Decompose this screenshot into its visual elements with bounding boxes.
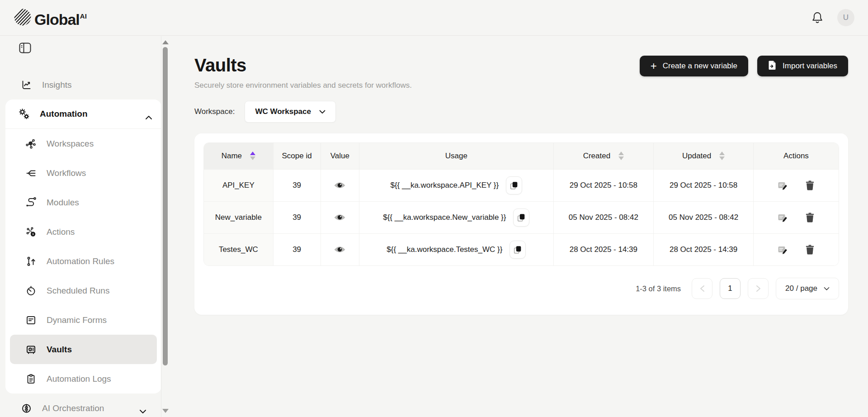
sidebar-item-automation-rules[interactable]: Automation Rules xyxy=(5,246,161,276)
sidebar-item-label: Modules xyxy=(47,198,79,208)
scope-id-cell: 39 xyxy=(273,169,321,201)
copy-usage-button[interactable] xyxy=(509,241,526,259)
user-avatar[interactable]: U xyxy=(837,9,854,26)
created-cell: 29 Oct 2025 - 10:58 xyxy=(553,169,654,201)
sort-icon[interactable] xyxy=(250,152,255,160)
workspace-select[interactable]: WC Workspace xyxy=(245,101,335,123)
scheduled-runs-timer-icon xyxy=(25,285,37,296)
table-row: Testes_WC 39 ${{ __ka.workspace.Testes_W… xyxy=(204,233,839,265)
main-content: Vaults Securely store environment variab… xyxy=(170,36,868,417)
reveal-value-eye-icon[interactable] xyxy=(334,246,346,254)
sidebar-panel: Insights xyxy=(0,36,161,417)
sidebar-item-label: Workflows xyxy=(47,168,86,178)
actions-cell xyxy=(753,201,839,233)
page-size-select[interactable]: 20 / page xyxy=(776,278,839,299)
column-header-name[interactable]: Name xyxy=(204,143,273,169)
delete-variable-icon[interactable] xyxy=(805,244,815,255)
updated-cell: 28 Oct 2025 - 14:39 xyxy=(654,233,754,265)
sort-icon[interactable] xyxy=(719,152,725,160)
edit-variable-icon[interactable] xyxy=(777,212,788,223)
sidebar-item-label: Scheduled Runs xyxy=(47,286,109,296)
value-cell xyxy=(321,233,359,265)
sidebar-item-insights[interactable]: Insights xyxy=(0,70,161,100)
sidebar-item-ai-orchestration[interactable]: AI Orchestration xyxy=(0,393,161,417)
gears-icon xyxy=(18,108,30,120)
previous-page-button[interactable] xyxy=(692,278,712,299)
usage-text: ${{ __ka.workspace.Testes_WC }} xyxy=(387,245,502,254)
delete-variable-icon[interactable] xyxy=(805,212,815,223)
sidebar-item-dynamic-forms[interactable]: Dynamic Forms xyxy=(5,305,161,335)
value-cell xyxy=(321,169,359,201)
chevron-down-icon xyxy=(319,107,326,116)
sidebar-item-vaults[interactable]: Vaults xyxy=(10,335,157,364)
automation-rules-icon xyxy=(25,256,37,267)
column-header-usage: Usage xyxy=(359,143,553,169)
column-header-updated[interactable]: Updated xyxy=(654,143,754,169)
sidebar-nav: Insights xyxy=(0,70,161,417)
brand-suffix: AI xyxy=(80,12,87,20)
sidebar-group-automation: Automation Wo xyxy=(5,100,161,393)
page-number-button[interactable]: 1 xyxy=(720,278,741,299)
plus-icon: + xyxy=(651,62,657,71)
sidebar-scrollbar[interactable] xyxy=(162,36,169,417)
reveal-value-eye-icon[interactable] xyxy=(334,181,346,190)
workflows-branch-icon xyxy=(25,168,37,179)
usage-cell: ${{ __ka.workspace.API_KEY }} xyxy=(359,169,553,201)
sidebar-item-actions[interactable]: Actions xyxy=(5,217,161,246)
pagination: 1-3 of 3 items 1 20 / page xyxy=(203,278,839,299)
edit-variable-icon[interactable] xyxy=(777,180,788,191)
updated-cell: 05 Nov 2025 - 08:42 xyxy=(654,201,754,233)
sidebar-item-modules[interactable]: Modules xyxy=(5,188,161,217)
sidebar-item-workflows[interactable]: Workflows xyxy=(5,158,161,188)
sidebar-item-label: Dynamic Forms xyxy=(47,315,107,325)
sidebar-item-label: Automation Logs xyxy=(47,374,111,384)
copy-usage-button[interactable] xyxy=(513,208,529,227)
scroll-up-arrow-icon[interactable] xyxy=(162,40,169,44)
sidebar-item-label: AI Orchestration xyxy=(42,403,104,413)
sidebar-item-automation-logs[interactable]: Automation Logs xyxy=(5,364,161,393)
scope-id-cell: 39 xyxy=(273,233,321,265)
table-header-row: Name Scope id Value Usage Created xyxy=(204,143,839,169)
next-page-button[interactable] xyxy=(748,278,769,299)
create-variable-label: Create a new variable xyxy=(663,62,737,71)
import-variables-label: Import variables xyxy=(783,62,837,71)
sort-icon[interactable] xyxy=(618,152,624,160)
sidebar-item-label: Automation xyxy=(40,109,88,119)
vault-name-cell: New_variable xyxy=(204,201,273,233)
workspace-selected-value: WC Workspace xyxy=(255,107,311,116)
scroll-down-arrow-icon[interactable] xyxy=(162,409,169,413)
sidebar-item-automation[interactable]: Automation xyxy=(5,100,161,129)
vault-name-cell: Testes_WC xyxy=(204,233,273,265)
sidebar: Insights xyxy=(0,36,170,417)
sidebar-item-workspaces[interactable]: Workspaces xyxy=(5,129,161,158)
vault-safe-icon xyxy=(25,344,37,355)
pagination-summary: 1-3 of 3 items xyxy=(636,284,681,293)
usage-cell: ${{ __ka.workspace.Testes_WC }} xyxy=(359,233,553,265)
copy-usage-button[interactable] xyxy=(506,176,522,194)
actions-cell xyxy=(753,169,839,201)
page-subtitle: Securely store environment variables and… xyxy=(194,81,848,90)
column-header-created[interactable]: Created xyxy=(553,143,654,169)
workspace-row: Workspace: WC Workspace xyxy=(194,101,848,123)
usage-text: ${{ __ka.workspace.API_KEY }} xyxy=(390,181,499,190)
sidebar-item-label: Vaults xyxy=(47,345,72,355)
actions-cell xyxy=(753,233,839,265)
delete-variable-icon[interactable] xyxy=(805,180,815,191)
sidebar-item-label: Workspaces xyxy=(47,139,94,149)
table-row: API_KEY 39 ${{ __ka.workspace.API_KEY }} xyxy=(204,169,839,201)
sidebar-item-scheduled-runs[interactable]: Scheduled Runs xyxy=(5,276,161,305)
brand-sphere-icon xyxy=(14,7,32,28)
create-variable-button[interactable]: + Create a new variable xyxy=(640,56,748,76)
vaults-table: Name Scope id Value Usage Created xyxy=(203,142,839,266)
column-header-actions: Actions xyxy=(753,143,839,169)
sidebar-collapse-icon[interactable] xyxy=(19,43,31,53)
reveal-value-eye-icon[interactable] xyxy=(334,213,346,222)
edit-variable-icon[interactable] xyxy=(777,244,788,255)
sidebar-item-label: Actions xyxy=(47,227,75,237)
table-row: New_variable 39 ${{ __ka.workspace.New_v… xyxy=(204,201,839,233)
scrollbar-thumb[interactable] xyxy=(163,47,168,365)
notifications-bell-icon[interactable] xyxy=(811,11,824,24)
automation-logs-clipboard-icon xyxy=(25,374,37,384)
import-variables-button[interactable]: Import variables xyxy=(757,56,848,76)
brand-logo[interactable]: GlobalAI xyxy=(14,7,87,28)
